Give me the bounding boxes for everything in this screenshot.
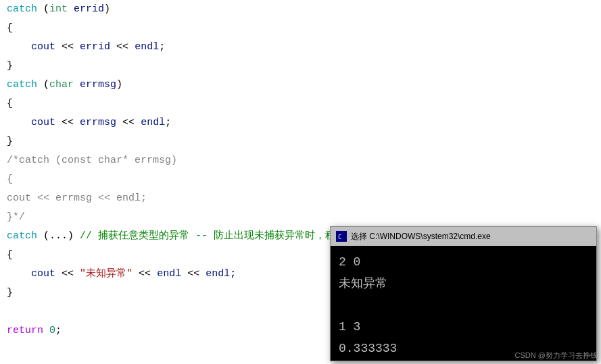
terminal-window[interactable]: C 选择 C:\WINDOWS\system32\cmd.exe 2 0 未知异… — [330, 226, 597, 361]
svg-text:C: C — [338, 234, 341, 240]
watermark: CSDN @努力学习去挣钱 — [515, 350, 598, 361]
code-line-5: catch (char errmsg) — [7, 76, 594, 95]
code-editor: catch (int errid) { cout << errid << end… — [0, 0, 601, 364]
terminal-line-2: 未知异常 — [339, 273, 588, 294]
cmd-icon: C — [336, 231, 347, 242]
code-line-12: }*/ — [7, 208, 594, 227]
terminal-line-4: 1 3 — [339, 316, 588, 338]
code-line-9: /*catch (const char* errmsg) — [7, 151, 594, 170]
code-line-1: catch (int errid) — [7, 0, 594, 19]
terminal-line-3 — [339, 294, 588, 316]
terminal-line-1: 2 0 — [339, 251, 588, 273]
code-line-8: } — [7, 132, 594, 151]
code-line-10: { — [7, 170, 594, 189]
code-line-4: } — [7, 57, 594, 76]
code-line-2: { — [7, 19, 594, 38]
terminal-body: 2 0 未知异常 1 3 0.333333 — [331, 246, 596, 361]
code-line-6: { — [7, 95, 594, 113]
code-line-11: cout << errmsg << endl; — [7, 189, 594, 208]
terminal-title: 选择 C:\WINDOWS\system32\cmd.exe — [351, 231, 591, 242]
terminal-titlebar: C 选择 C:\WINDOWS\system32\cmd.exe — [331, 227, 596, 246]
code-line-3: cout << errid << endl; — [7, 38, 594, 57]
code-line-7: cout << errmsg << endl; — [7, 113, 594, 132]
